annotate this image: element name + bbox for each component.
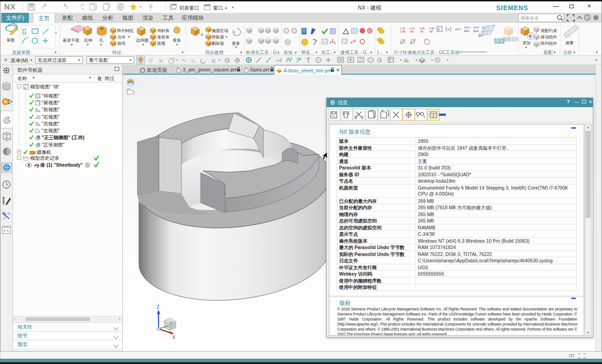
svg-text:X: X (172, 335, 175, 340)
svg-text:1.00: 1.00 (400, 27, 405, 30)
svg-text:X: X (438, 27, 440, 32)
svg-text:1.88: 1.88 (429, 27, 434, 30)
svg-text:a: a (24, 86, 27, 90)
svg-text:·: · (54, 5, 55, 10)
svg-text:2.88: 2.88 (400, 30, 405, 33)
svg-text:1.00: 1.00 (410, 27, 415, 30)
svg-text:X: X (447, 27, 450, 32)
svg-text:Z: Z (157, 304, 159, 310)
svg-text:88%: 88% (464, 30, 470, 33)
svg-text:-38: -38 (419, 30, 423, 33)
svg-text:Y: Y (170, 321, 173, 326)
svg-text:-58: -58 (429, 30, 433, 33)
svg-text:1017: 1017 (455, 28, 461, 31)
svg-text:?: ? (586, 16, 589, 20)
svg-text:1.88: 1.88 (419, 27, 425, 30)
svg-text:101?: 101? (464, 26, 471, 29)
svg-text:-88: -88 (410, 30, 414, 33)
svg-text:88%: 88% (473, 30, 479, 33)
svg-text:101?: 101? (473, 26, 480, 29)
